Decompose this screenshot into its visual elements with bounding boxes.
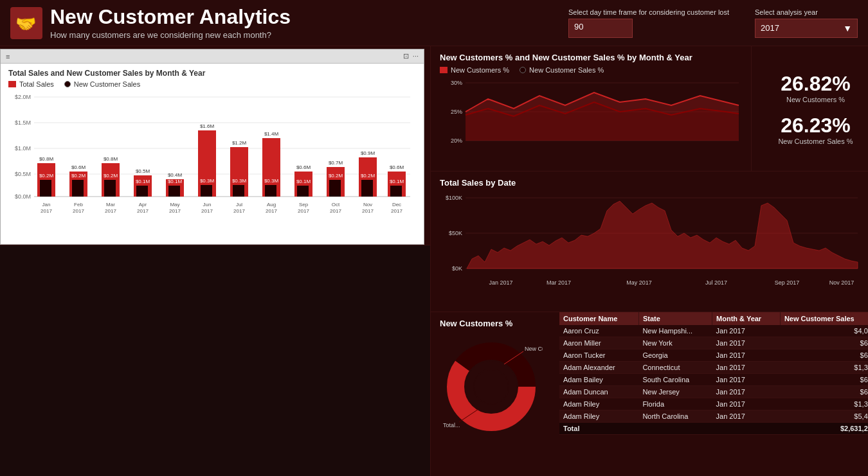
table-cell: $1,351 — [780, 362, 868, 374]
svg-text:$0.2M: $0.2M — [71, 173, 86, 179]
svg-text:$0.5M: $0.5M — [15, 171, 31, 177]
legend-ncs: New Customer Sales % — [520, 66, 604, 74]
svg-rect-160 — [390, 186, 402, 197]
table-row: Adam AlexanderConnecticutJan 2017$1,351 — [559, 362, 868, 374]
svg-text:2017: 2017 — [266, 208, 277, 214]
table-cell: Aaron Tucker — [559, 349, 638, 362]
svg-text:Nov: Nov — [363, 202, 372, 207]
stat1-value: 26.82% — [781, 72, 851, 96]
legend-nc: New Customers % — [440, 66, 509, 74]
stat2-block: 26.23% New Customer Sales % — [778, 114, 853, 145]
svg-text:Aug: Aug — [267, 202, 276, 207]
svg-text:$0.5M: $0.5M — [136, 168, 150, 174]
legend-ncs-color — [520, 67, 526, 73]
svg-text:2017: 2017 — [105, 208, 116, 214]
svg-text:$0.3M: $0.3M — [232, 178, 247, 184]
svg-text:$0.8M: $0.8M — [39, 156, 54, 162]
sales-by-date-section: Total Sales by Date $100K $50K $0K Jan 2… — [431, 172, 868, 312]
popup-legend-total-label: Total Sales — [19, 80, 54, 88]
col-state: State — [638, 312, 712, 325]
table-cell: Connecticut — [638, 362, 712, 374]
svg-rect-100 — [72, 180, 84, 197]
table-cell: North Carolina — [638, 410, 712, 423]
svg-text:2017: 2017 — [201, 208, 213, 214]
popup-chart-title: Total Sales and New Customer Sales by Mo… — [8, 69, 416, 78]
svg-rect-124 — [201, 185, 212, 197]
svg-text:May: May — [170, 202, 179, 207]
line-chart-section: New Customers % and New Customer Sales %… — [431, 46, 751, 171]
table-total-row: Total$2,631,238 — [559, 423, 868, 435]
svg-text:Jan: Jan — [42, 202, 51, 207]
legend-nc-label: New Customers % — [451, 66, 509, 74]
table-cell: New York — [638, 337, 712, 349]
handshake-icon: 🤝 — [10, 7, 42, 39]
day-frame-input[interactable]: 90 — [568, 19, 633, 38]
svg-text:New Cu...: New Cu... — [525, 346, 543, 352]
popup-legend-total: Total Sales — [8, 80, 54, 88]
svg-text:$0.1M: $0.1M — [296, 179, 311, 184]
right-top: New Customers % and New Customer Sales %… — [431, 46, 868, 172]
popup-legend-new: New Customer Sales — [64, 80, 140, 88]
svg-text:$0.7M: $0.7M — [329, 160, 343, 166]
table-cell: Adam Duncan — [559, 386, 638, 398]
table-cell: New Hampshi... — [638, 325, 712, 337]
svg-text:2017: 2017 — [41, 208, 52, 214]
table-cell: Jan 2017 — [712, 386, 781, 398]
popup-icon-1[interactable]: ⊡ — [403, 52, 409, 60]
table-cell: Adam Riley — [559, 398, 638, 410]
donut-section: New Customers % New Cu... Total... — [431, 312, 559, 476]
table-cell: Jan 2017 — [712, 362, 781, 374]
svg-text:$0.4M: $0.4M — [168, 172, 183, 178]
donut-title: New Customers % — [440, 319, 550, 328]
svg-text:$1.0M: $1.0M — [15, 145, 31, 152]
left-panel: Total Customers and New Customers by Mon… — [0, 46, 431, 476]
stat2-label: New Customer Sales % — [778, 137, 853, 145]
svg-rect-130 — [233, 185, 244, 197]
svg-text:May 2017: May 2017 — [626, 279, 652, 286]
svg-text:2017: 2017 — [391, 208, 402, 214]
popup-body: Total Sales and New Customer Sales by Mo… — [1, 64, 424, 244]
table-row: Adam RileyNorth CarolinaJan 2017$5,404 — [559, 410, 868, 423]
table-cell: $5,404 — [780, 410, 868, 423]
year-select[interactable]: 2017 ▼ — [755, 19, 858, 38]
popup-icon-2[interactable]: ··· — [413, 52, 419, 60]
svg-text:Mar: Mar — [106, 202, 115, 207]
popup-chart-svg: $2.0M $1.5M $1.0M $0.5M $0.0M $0.8M $0.2… — [8, 91, 413, 229]
svg-text:$0.0M: $0.0M — [15, 193, 31, 200]
svg-text:Sep 2017: Sep 2017 — [775, 279, 800, 286]
table-cell: Adam Bailey — [559, 374, 638, 386]
col-name: Customer Name — [559, 312, 638, 325]
svg-rect-154 — [361, 180, 373, 197]
svg-text:🤝: 🤝 — [15, 13, 37, 34]
svg-text:$0.1M: $0.1M — [168, 179, 183, 184]
svg-text:2017: 2017 — [362, 208, 374, 214]
svg-text:Total...: Total... — [443, 422, 460, 428]
line-chart-legend: New Customers % New Customer Sales % — [440, 66, 742, 74]
right-panel: New Customers % and New Customer Sales %… — [431, 46, 868, 476]
popup-titlebar: ≡ ⊡ ··· — [1, 49, 424, 64]
svg-text:2017: 2017 — [233, 208, 245, 214]
right-top-stats: 26.82% New Customers % 26.23% New Custom… — [751, 46, 868, 171]
svg-rect-118 — [168, 186, 180, 197]
main-content: Total Customers and New Customers by Mon… — [0, 46, 868, 476]
popup-title-text: ≡ — [6, 53, 10, 60]
line-chart-svg: 30% 25% 20% — [440, 76, 742, 160]
header: 🤝 New Customer Analytics How many custom… — [0, 0, 868, 46]
svg-rect-136 — [265, 185, 276, 197]
total-label: Total — [559, 423, 780, 435]
popup-window: ≡ ⊡ ··· Total Sales and New Customer Sal… — [0, 49, 424, 245]
table-cell: $1,351 — [780, 398, 868, 410]
table-row: Adam DuncanNew JerseyJan 2017$637 — [559, 386, 868, 398]
table-section: Customer Name State Month & Year New Cus… — [559, 312, 868, 476]
legend-ncs-label: New Customer Sales % — [529, 66, 604, 74]
svg-text:2017: 2017 — [169, 208, 181, 214]
table-cell: $637 — [780, 386, 868, 398]
svg-point-187 — [465, 360, 518, 413]
svg-rect-106 — [104, 180, 116, 197]
page-title: New Customer Analytics — [50, 6, 291, 28]
popup-legend-new-label: New Customer Sales — [74, 80, 140, 88]
svg-text:$1.6M: $1.6M — [200, 123, 215, 129]
right-bottom: New Customers % New Cu... Total... — [431, 312, 868, 476]
svg-text:$0K: $0K — [452, 265, 462, 272]
legend-nc-color — [440, 67, 448, 73]
